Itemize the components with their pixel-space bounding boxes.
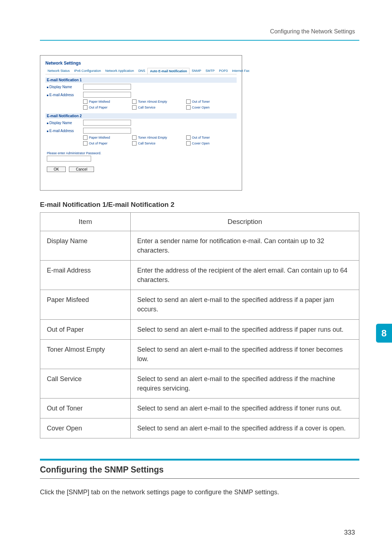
cell-desc: Select to send an alert e-mail to the sp…	[131, 398, 359, 418]
label-call-service-1: Call Service	[138, 106, 155, 109]
cell-item: Display Name	[40, 231, 131, 261]
header-rule	[40, 40, 359, 41]
label-email-address-2: E-mail Address	[47, 129, 83, 133]
cell-desc: Enter the address of the recipient of th…	[131, 261, 359, 290]
cell-item: Out of Paper	[40, 319, 131, 339]
cell-desc: Select to send an alert e-mail to the sp…	[131, 339, 359, 369]
checkbox-cover-open-2[interactable]	[186, 141, 191, 146]
tab-ipv6[interactable]: IPv6 Configuration	[72, 68, 103, 74]
table-row: Toner Almost EmptySelect to send an aler…	[40, 339, 359, 369]
tab-network-application[interactable]: Network Application	[103, 68, 136, 74]
checkbox-cover-open-1[interactable]	[186, 105, 191, 110]
admin-password-input[interactable]	[47, 156, 91, 162]
label-toner-almost-empty-1: Toner Almost Empty	[138, 100, 167, 103]
cancel-button[interactable]: Cancel	[69, 167, 94, 172]
embedded-screenshot: Network Settings Network Status IPv6 Con…	[40, 55, 242, 191]
table-header-item: Item	[40, 213, 131, 231]
table-row: Paper MisfeedSelect to send an alert e-m…	[40, 290, 359, 319]
input-email-address-2[interactable]	[83, 128, 131, 134]
tab-snmp[interactable]: SNMP	[189, 68, 203, 74]
label-call-service-2: Call Service	[138, 142, 155, 145]
label-email-address-1: E-mail Address	[47, 93, 83, 97]
cell-desc: Select to send an alert e-mail to the sp…	[131, 290, 359, 319]
label-cover-open-2: Cover Open	[192, 142, 210, 145]
input-display-name-1[interactable]	[83, 84, 131, 90]
tab-internet-fax[interactable]: Internet Fax	[230, 68, 252, 74]
chapter-tab: 8	[376, 324, 392, 343]
ok-button[interactable]: OK	[47, 167, 66, 172]
panel-title: Network Settings	[45, 59, 237, 68]
tab-network-status[interactable]: Network Status	[45, 68, 72, 74]
label-paper-misfeed-1: Paper Misfeed	[89, 100, 110, 103]
label-out-of-toner-2: Out of Toner	[192, 136, 210, 139]
cell-item: Toner Almost Empty	[40, 339, 131, 369]
cell-desc: Select to send an alert e-mail to the sp…	[131, 319, 359, 339]
settings-tabs: Network Status IPv6 Configuration Networ…	[45, 68, 237, 74]
section-email-notification-2: E-mail Notification 2	[45, 113, 237, 119]
notification-table: Item Description Display NameEnter a sen…	[40, 212, 359, 438]
checkbox-toner-almost-empty-1[interactable]	[132, 99, 136, 104]
cell-item: Cover Open	[40, 418, 131, 438]
cell-desc: Select to send an alert e-mail to the sp…	[131, 418, 359, 438]
label-cover-open-1: Cover Open	[192, 106, 210, 109]
table-header-description: Description	[131, 213, 359, 231]
checkbox-call-service-2[interactable]	[132, 141, 136, 146]
page-header-title: Configuring the Network Settings	[270, 28, 355, 35]
checkbox-paper-misfeed-2[interactable]	[83, 135, 87, 140]
input-display-name-2[interactable]	[83, 120, 131, 126]
checkbox-out-of-toner-1[interactable]	[186, 99, 191, 104]
table-row: Out of TonerSelect to send an alert e-ma…	[40, 398, 359, 418]
checkbox-call-service-1[interactable]	[132, 105, 136, 110]
tab-smtp[interactable]: SMTP	[203, 68, 217, 74]
table-row: Call ServiceSelect to send an alert e-ma…	[40, 369, 359, 398]
checkbox-toner-almost-empty-2[interactable]	[132, 135, 136, 140]
table-row: Out of PaperSelect to send an alert e-ma…	[40, 319, 359, 339]
cell-item: E-mail Address	[40, 261, 131, 290]
label-out-of-toner-1: Out of Toner	[192, 100, 210, 103]
label-display-name-1: Display Name	[47, 85, 83, 89]
cell-desc: Select to send an alert e-mail to the sp…	[131, 369, 359, 398]
cell-item: Call Service	[40, 369, 131, 398]
page-number: 333	[344, 529, 355, 536]
tab-pop3[interactable]: POP3	[217, 68, 230, 74]
tab-auto-email-notification[interactable]: Auto E-mail Notification	[147, 68, 189, 74]
checkbox-out-of-toner-2[interactable]	[186, 135, 191, 140]
table-row: Cover OpenSelect to send an alert e-mail…	[40, 418, 359, 438]
admin-password-note: Please enter Administrator Password.	[45, 146, 237, 156]
table-row: E-mail AddressEnter the address of the r…	[40, 261, 359, 290]
section-email-notification-1: E-mail Notification 1	[45, 77, 237, 83]
table-row: Display NameEnter a sender name for noti…	[40, 231, 359, 261]
cell-item: Paper Misfeed	[40, 290, 131, 319]
snmp-body-text: Click the [SNMP] tab on the network sett…	[40, 487, 359, 497]
input-email-address-1[interactable]	[83, 92, 131, 98]
checkbox-out-of-paper-2[interactable]	[83, 141, 87, 146]
tab-dns[interactable]: DNS	[136, 68, 147, 74]
section-heading-snmp: Configuring the SNMP Settings	[40, 461, 359, 479]
label-out-of-paper-1: Out of Paper	[89, 106, 107, 109]
checkbox-paper-misfeed-1[interactable]	[83, 99, 87, 104]
label-out-of-paper-2: Out of Paper	[89, 142, 107, 145]
cell-item: Out of Toner	[40, 398, 131, 418]
table-title: E-mail Notification 1/E-mail Notificatio…	[40, 201, 359, 209]
label-display-name-2: Display Name	[47, 121, 83, 125]
checkbox-out-of-paper-1[interactable]	[83, 105, 87, 110]
label-toner-almost-empty-2: Toner Almost Empty	[138, 136, 167, 139]
label-paper-misfeed-2: Paper Misfeed	[89, 136, 110, 139]
cell-desc: Enter a sender name for notification e-m…	[131, 231, 359, 261]
